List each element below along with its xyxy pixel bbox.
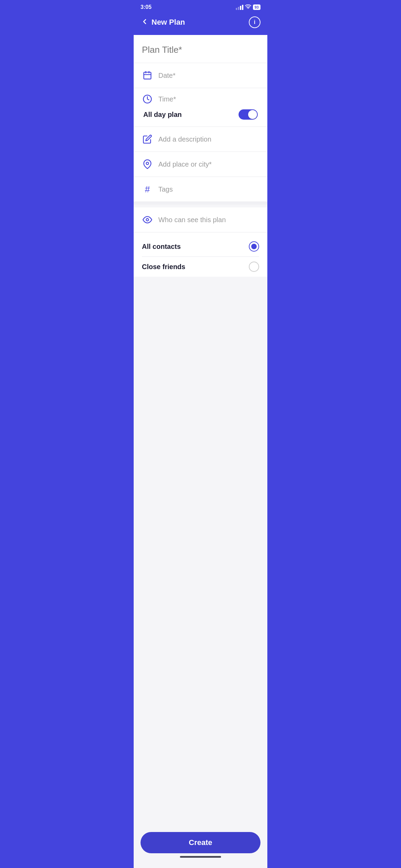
description-row[interactable]: Add a description [134, 127, 267, 152]
visibility-option-all-contacts[interactable]: All contacts [142, 237, 259, 257]
divider [134, 202, 267, 205]
visibility-option-close-friends[interactable]: Close friends [142, 257, 259, 277]
visibility-options: All contacts Close friends [134, 232, 267, 277]
visibility-icon [142, 214, 153, 225]
all-contacts-radio[interactable] [249, 241, 259, 252]
plan-title-input[interactable] [142, 45, 259, 55]
svg-point-6 [146, 219, 149, 221]
status-icons: 93 [236, 4, 260, 10]
signal-icon [236, 5, 243, 10]
tags-row[interactable]: # Tags [134, 177, 267, 202]
header-left: New Plan [141, 17, 185, 27]
visibility-label: Who can see this plan [158, 216, 226, 224]
info-icon: i [254, 19, 255, 25]
date-row[interactable]: Date* [134, 63, 267, 88]
time-section: Time* All day plan [134, 88, 267, 127]
place-label: Add place or city* [158, 160, 259, 168]
toggle-thumb [248, 110, 257, 119]
radio-inner-selected [251, 244, 257, 249]
calendar-icon [142, 70, 153, 81]
home-bar [180, 856, 221, 858]
tags-label: Tags [158, 185, 259, 193]
all-day-toggle[interactable] [239, 109, 258, 120]
hash-icon: # [142, 184, 153, 195]
visibility-section: Who can see this plan All contacts Close… [134, 207, 267, 277]
all-day-label: All day plan [143, 111, 182, 119]
time-row[interactable]: Time* [142, 94, 259, 105]
wifi-icon [245, 4, 251, 10]
bottom-bar: Create [134, 828, 267, 862]
all-day-row: All day plan [142, 109, 259, 120]
battery-indicator: 93 [253, 4, 260, 10]
date-label: Date* [158, 72, 259, 80]
back-button[interactable] [141, 17, 149, 27]
place-row[interactable]: Add place or city* [134, 152, 267, 177]
status-bar: 3:05 93 [134, 0, 267, 13]
create-button[interactable]: Create [141, 832, 260, 853]
edit-icon [142, 134, 153, 145]
visibility-header-row: Who can see this plan [134, 207, 267, 232]
header: New Plan i [134, 13, 267, 35]
time-label: Time* [158, 95, 259, 103]
content-area: Date* Time* All day plan [134, 35, 267, 862]
clock-icon [142, 94, 153, 105]
close-friends-label: Close friends [142, 263, 185, 271]
all-contacts-label: All contacts [142, 243, 181, 251]
page-title: New Plan [151, 18, 185, 27]
plan-title-section: Date* Time* All day plan [134, 35, 267, 202]
plan-title-field [134, 35, 267, 63]
info-button[interactable]: i [249, 16, 260, 28]
close-friends-radio[interactable] [249, 262, 259, 272]
svg-rect-0 [144, 72, 151, 79]
location-icon [142, 159, 153, 170]
description-label: Add a description [158, 135, 259, 143]
svg-point-5 [146, 162, 149, 165]
home-indicator [141, 853, 260, 858]
status-time: 3:05 [141, 4, 151, 10]
